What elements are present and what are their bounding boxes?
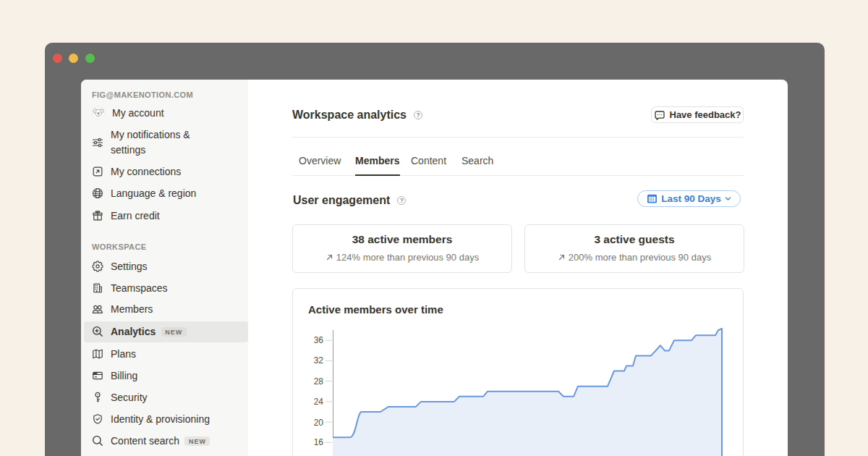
svg-text:20: 20 bbox=[314, 418, 324, 428]
svg-text:28: 28 bbox=[314, 376, 324, 387]
svg-text:32: 32 bbox=[314, 355, 324, 366]
svg-text:24: 24 bbox=[314, 397, 324, 407]
svg-text:36: 36 bbox=[314, 335, 324, 345]
svg-text:16: 16 bbox=[314, 437, 324, 447]
